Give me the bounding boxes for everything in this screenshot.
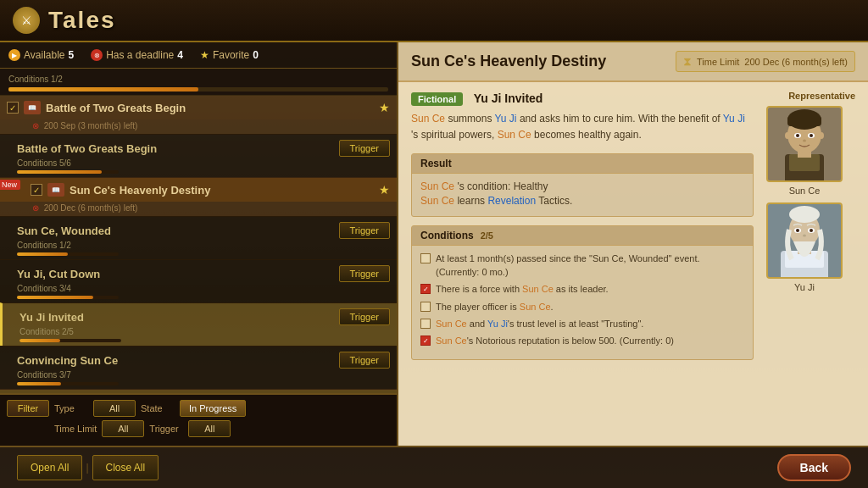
- cond-check-5: ✓: [420, 336, 431, 346]
- condition-1: At least 1 month(s) passed since the "Su…: [420, 252, 744, 279]
- title-bar: ⚔ Tales: [0, 0, 868, 42]
- sub-progress-fill-wounded: [17, 252, 68, 256]
- event-description: Sun Ce summons Yu Ji and asks him to cur…: [411, 111, 754, 143]
- trigger-btn-convincing[interactable]: Trigger: [339, 352, 390, 369]
- sub-tale-wounded[interactable]: Sun Ce, Wounded Trigger Conditions 1/2: [0, 216, 397, 259]
- cond-check-1: [420, 253, 431, 263]
- stats-bar: ▶ Available 5 ⊗ Has a deadline 4 ★ Favor…: [0, 42, 397, 69]
- result-line-2: Sun Ce learns Revelation Tactics.: [420, 195, 744, 207]
- svg-point-21: [796, 229, 799, 232]
- svg-point-24: [803, 235, 806, 237]
- sub-tale-yuji-cut[interactable]: Yu Ji, Cut Down Trigger Conditions 3/4: [0, 259, 397, 302]
- rep-name-sunce: Sun Ce: [766, 186, 843, 196]
- deadline-count: 4: [177, 49, 183, 61]
- detail-header: Sun Ce's Heavenly Destiny ⧗ Time Limit 2…: [398, 42, 868, 82]
- sub-progress-fill-yuji-cut: [17, 296, 93, 299]
- sub-conditions-yuji-cut: Conditions 3/4: [17, 284, 390, 293]
- conditions-label: Conditions 1/2: [8, 75, 63, 84]
- bottom-left-buttons: Open All | Close All: [17, 455, 159, 480]
- battle-date: ⊗ 200 Sep (3 month(s) left): [0, 119, 397, 134]
- svg-point-12: [785, 132, 790, 139]
- tale-group-header-caocao[interactable]: ✓ 📖 Cao Cao Welcomes Emperor Xian ★: [0, 390, 397, 393]
- filter-timelimit-value[interactable]: All: [102, 420, 144, 437]
- event-description-block: Fictional Yu Ji Invited Sun Ce summons Y…: [411, 91, 754, 143]
- filter-state-value[interactable]: In Progress: [180, 400, 246, 417]
- fictional-badge: Fictional: [411, 92, 463, 106]
- trigger-btn-battle[interactable]: Trigger: [339, 140, 390, 157]
- cond-text-1: At least 1 month(s) passed since the "Su…: [436, 252, 744, 279]
- condition-2: ✓ There is a force with Sun Ce as its le…: [420, 283, 744, 296]
- representative-panel: Representative: [766, 91, 855, 437]
- result-body: Sun Ce 's condition: Healthy Sun Ce lear…: [412, 174, 753, 216]
- trigger-btn-wounded[interactable]: Trigger: [339, 222, 390, 239]
- stat-available: ▶ Available 5: [8, 49, 74, 61]
- trigger-btn-yuji-invited[interactable]: Trigger: [339, 308, 390, 325]
- svg-point-13: [819, 132, 824, 139]
- sub-tale-battle-header: Battle of Two Greats Begin Trigger: [17, 140, 390, 157]
- sub-tale-yuji-invited-header: Yu Ji Invited Trigger: [19, 308, 390, 325]
- available-label: Available: [24, 49, 64, 61]
- sub-tale-battle[interactable]: Battle of Two Greats Begin Trigger Condi…: [0, 134, 397, 177]
- sunce-name-2: Sun Ce: [498, 129, 531, 141]
- tale-list[interactable]: ✓ 📖 Battle of Two Greats Begin ★ ⊗ 200 S…: [0, 96, 397, 393]
- sub-progress-bg-convincing: [17, 382, 119, 385]
- sub-conditions-convincing: Conditions 3/7: [17, 370, 390, 380]
- cond-check-3: [420, 302, 431, 312]
- title-icon: ⚔: [13, 7, 40, 34]
- available-count: 5: [68, 49, 74, 61]
- stat-deadline: ⊗ Has a deadline 4: [91, 49, 183, 61]
- cond-text-4: Sun Ce and Yu Ji's trust level is at lea…: [436, 318, 744, 330]
- battle-checkbox[interactable]: ✓: [7, 102, 19, 114]
- cond-check-2: ✓: [420, 284, 431, 294]
- cond-check-4: [420, 319, 431, 329]
- filter-state-label: State: [141, 403, 175, 413]
- favorite-label: Favorite: [213, 49, 249, 61]
- yuji-name-1: Yu Ji: [495, 113, 517, 125]
- tale-group-battle: ✓ 📖 Battle of Two Greats Begin ★ ⊗ 200 S…: [0, 96, 397, 178]
- time-limit-badge: ⧗ Time Limit 200 Dec (6 month(s) left): [676, 51, 855, 72]
- conditions-progress-fill: [8, 87, 198, 92]
- deadline-icon: ⊗: [91, 49, 103, 61]
- right-panel: Sun Ce's Heavenly Destiny ⧗ Time Limit 2…: [398, 42, 868, 446]
- trigger-btn-yuji-cut[interactable]: Trigger: [339, 265, 390, 282]
- sub-tale-convincing[interactable]: Convincing Sun Ce Trigger Conditions 3/7: [0, 346, 397, 389]
- sub-progress-bg-yuji-invited: [19, 339, 121, 342]
- filter-button[interactable]: Filter: [7, 400, 49, 417]
- sunce-name-1: Sun Ce: [411, 113, 445, 125]
- svg-point-8: [796, 134, 799, 137]
- new-badge: New: [0, 180, 20, 190]
- battle-book-icon: 📖: [24, 101, 41, 114]
- filter-trigger-label: Trigger: [149, 424, 183, 434]
- time-limit-label: Time Limit: [697, 57, 739, 67]
- available-icon: ▶: [8, 49, 20, 61]
- svg-point-23: [810, 229, 813, 232]
- filter-bar: Filter Type All State In Progress Time L…: [0, 393, 397, 446]
- stat-favorite: ★ Favorite 0: [200, 49, 259, 61]
- favorite-count: 0: [253, 49, 259, 61]
- tale-group-header-sunce[interactable]: New ✓ 📖 Sun Ce's Heavenly Destiny ★: [0, 178, 397, 202]
- sub-tale-wounded-name: Sun Ce, Wounded: [17, 225, 111, 237]
- open-all-button[interactable]: Open All: [17, 455, 82, 480]
- detail-title: Sun Ce's Heavenly Destiny: [411, 53, 606, 70]
- back-button[interactable]: Back: [777, 454, 851, 481]
- filter-type-value[interactable]: All: [93, 400, 136, 417]
- detail-main: Fictional Yu Ji Invited Sun Ce summons Y…: [411, 91, 754, 437]
- rep-header: Representative: [766, 91, 855, 101]
- conditions-progress-bg: [8, 87, 388, 92]
- sub-tale-yuji-invited[interactable]: Yu Ji Invited Trigger Conditions 2/5: [0, 302, 397, 346]
- close-all-button[interactable]: Close All: [92, 455, 159, 480]
- cond-text-2: There is a force with Sun Ce as its lead…: [436, 283, 744, 296]
- filter-trigger-value[interactable]: All: [188, 420, 231, 437]
- sunce-checkbox[interactable]: ✓: [31, 184, 42, 196]
- svg-rect-6: [787, 116, 821, 126]
- tale-group-header-battle[interactable]: ✓ 📖 Battle of Two Greats Begin ★: [0, 96, 397, 119]
- svg-point-11: [803, 140, 806, 142]
- page-title: Tales: [48, 7, 116, 34]
- conditions-section: Conditions 2/5 At least 1 month(s) passe…: [411, 225, 754, 359]
- filter-row-1: Filter Type All State In Progress: [7, 400, 390, 417]
- sunce-title: Sun Ce's Heavenly Destiny: [70, 184, 379, 197]
- sub-progress-fill-yuji-invited: [19, 339, 60, 342]
- main-container: ▶ Available 5 ⊗ Has a deadline 4 ★ Favor…: [0, 42, 868, 446]
- tale-group-sunceheavenly: New ✓ 📖 Sun Ce's Heavenly Destiny ★ ⊗ 20…: [0, 178, 397, 390]
- event-title: Yu Ji Invited: [474, 92, 543, 105]
